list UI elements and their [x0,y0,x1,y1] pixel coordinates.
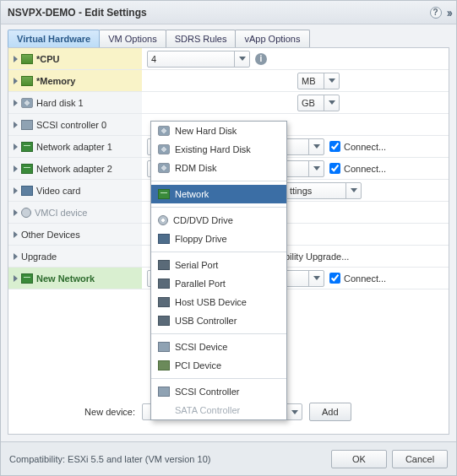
video-icon [21,186,33,196]
add-button[interactable]: Add [309,403,351,421]
ok-button[interactable]: OK [331,450,387,468]
disk-icon [158,144,170,154]
popup-item-usb-controller[interactable]: USB Controller [151,311,286,330]
na2-connect-input[interactable] [329,163,340,174]
expand-icon[interactable] [14,100,18,106]
newnet-connect-label: Connect... [344,273,386,284]
na2-label: Network adapter 2 [36,164,112,174]
chevron-down-icon [308,139,324,154]
memory-icon [21,76,33,86]
expand-icon[interactable] [14,275,18,282]
network-icon [21,273,33,284]
pci-icon [158,360,170,371]
expand-icon[interactable] [14,209,18,216]
new-device-label: New device: [17,407,135,417]
disk-icon [158,163,170,173]
row-cpu: *CPU 4 i [8,48,449,70]
cpu-count-dropdown[interactable]: 4 [147,51,250,68]
chevron-down-icon [234,51,249,67]
row-hard-disk-1: Hard disk 1 GB [8,92,449,114]
popup-item-serial-port[interactable]: Serial Port [151,256,286,274]
chevron-down-icon [324,73,339,89]
network-icon [158,189,170,199]
upgrade-label: Upgrade [21,252,57,262]
serial-port-icon [158,260,170,270]
content-area: *CPU 4 i *Memory MB [8,47,449,435]
row-memory: *Memory MB [8,70,449,92]
other-label: Other Devices [21,230,80,240]
new-device-popup: New Hard Disk Existing Hard Disk RDM Dis… [150,121,287,420]
memory-unit-value: MB [302,76,316,86]
na1-connect-input[interactable] [329,141,340,152]
cpu-count-value: 4 [151,54,156,64]
cpu-icon [21,54,33,64]
popup-item-sata-controller[interactable]: SATA Controller [151,401,286,419]
newnet-connect-checkbox[interactable]: Connect... [329,273,386,284]
newnet-connect-input[interactable] [329,273,340,284]
tab-vm-options[interactable]: VM Options [99,30,166,47]
video-label: Video card [36,186,80,196]
popup-item-parallel-port[interactable]: Parallel Port [151,274,286,293]
popup-item-rdm-disk[interactable]: RDM Disk [151,159,286,177]
popup-item-floppy-drive[interactable]: Floppy Drive [151,230,286,248]
usb-icon [158,316,170,326]
scsi0-label: SCSI controller 0 [36,120,106,130]
scsi-icon [158,342,170,352]
window-title: NSVPX-DEMO - Edit Settings [8,7,147,19]
tab-virtual-hardware[interactable]: Virtual Hardware [8,30,100,47]
expand-icon[interactable] [14,56,18,62]
popup-item-host-usb-device[interactable]: Host USB Device [151,293,286,311]
expand-icon[interactable] [14,165,18,172]
video-value: ttings [290,186,312,196]
expand-icon[interactable] [14,78,18,84]
scsi-icon [158,387,170,397]
hd1-unit-value: GB [302,98,315,108]
newnet-label: New Network [36,273,95,284]
chevron-down-icon [345,183,361,198]
floppy-icon [158,234,170,244]
popup-item-network[interactable]: Network [151,185,286,203]
help-icon[interactable]: ? [430,7,442,19]
popup-separator [151,333,286,334]
compatibility-text: Compatibility: ESXi 5.5 and later (VM ve… [9,454,210,464]
usb-icon [158,297,170,307]
expand-icon[interactable]: ›› [447,6,451,19]
expand-icon[interactable] [14,253,18,260]
dialog-window: NSVPX-DEMO - Edit Settings ? ›› Virtual … [0,0,457,476]
popup-item-cddvd-drive[interactable]: CD/DVD Drive [151,211,286,230]
tab-bar: Virtual Hardware VM Options SDRS Rules v… [1,24,456,47]
popup-item-new-hard-disk[interactable]: New Hard Disk [151,122,286,140]
dialog-footer: Compatibility: ESXi 5.5 and later (VM ve… [1,441,456,475]
expand-icon[interactable] [14,122,18,128]
cancel-button[interactable]: Cancel [392,450,448,468]
tab-sdrs-rules[interactable]: SDRS Rules [166,30,237,47]
parallel-port-icon [158,279,170,289]
expand-icon[interactable] [14,231,18,238]
vmci-label: VMCI device [35,208,87,218]
tab-vapp-options[interactable]: vApp Options [235,30,309,47]
chevron-down-icon [286,404,302,419]
memory-unit-dropdown[interactable]: MB [297,73,340,89]
popup-separator [151,378,286,379]
na1-label: Network adapter 1 [36,142,112,152]
popup-item-scsi-controller[interactable]: SCSI Controller [151,382,286,401]
network-icon [21,142,33,152]
expand-icon[interactable] [14,187,18,194]
popup-item-existing-hard-disk[interactable]: Existing Hard Disk [151,140,286,159]
na2-connect-checkbox[interactable]: Connect... [329,163,386,174]
popup-item-pci-device[interactable]: PCI Device [151,356,286,375]
vmci-icon [21,208,31,218]
popup-item-scsi-device[interactable]: SCSI Device [151,338,286,356]
popup-separator [151,181,286,181]
hd1-unit-dropdown[interactable]: GB [297,95,340,111]
titlebar: NSVPX-DEMO - Edit Settings ? ›› [1,1,456,24]
video-dropdown[interactable]: ttings [286,182,362,199]
memory-label: *Memory [36,76,75,86]
chevron-down-icon [324,95,339,111]
expand-icon[interactable] [14,143,18,150]
chevron-down-icon [308,161,324,176]
na1-connect-checkbox[interactable]: Connect... [329,141,386,152]
disk-icon [21,98,33,108]
chevron-down-icon [308,271,324,286]
info-icon[interactable]: i [255,53,267,65]
